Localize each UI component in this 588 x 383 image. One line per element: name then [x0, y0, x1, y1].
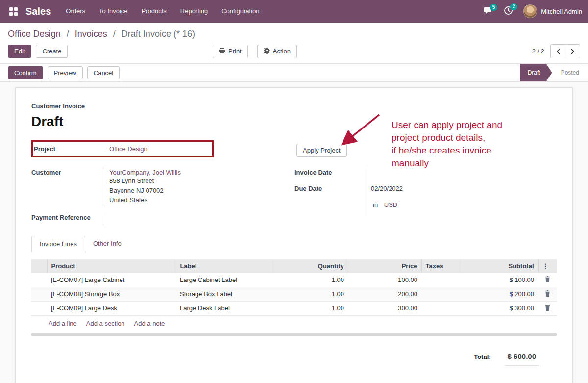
handle-column-header — [31, 259, 47, 273]
column-header-price[interactable]: Price — [348, 259, 421, 273]
delete-row-icon[interactable] — [545, 291, 550, 298]
delete-row-icon[interactable] — [545, 277, 550, 284]
breadcrumb-invoices[interactable]: Invoices — [75, 29, 107, 39]
currency-field: in USD — [294, 200, 557, 216]
payment-reference-field: Payment Reference — [31, 212, 294, 225]
stage-draft[interactable]: Draft — [520, 64, 552, 81]
gear-icon — [264, 48, 270, 55]
notebook-tabs: Invoice Lines Other Info — [31, 236, 557, 252]
total-section: Total: $ 600.00 — [31, 352, 557, 366]
due-date-field: Due Date 02/20/2022 — [294, 183, 557, 200]
pager-next-button[interactable] — [565, 44, 580, 58]
due-date-value[interactable]: 02/20/2022 — [367, 183, 557, 200]
annotation-arrow-icon — [329, 110, 388, 149]
menu-configuration[interactable]: Configuration — [215, 0, 266, 23]
table-row[interactable]: [E-COM08] Storage Box Storage Box Label … — [31, 287, 557, 301]
breadcrumb-office-design[interactable]: Office Design — [8, 29, 61, 39]
cell-label[interactable]: Large Desk Label — [176, 301, 274, 315]
cell-price[interactable]: 200.00 — [348, 287, 421, 301]
confirm-button[interactable]: Confirm — [8, 66, 43, 79]
customer-address-line: 858 Lynn Street — [109, 176, 294, 186]
action-button[interactable]: Action — [257, 45, 297, 58]
top-navbar: Sales Orders To Invoice Products Reporti… — [0, 0, 588, 23]
user-avatar[interactable] — [523, 4, 537, 18]
invoice-sheet: Customer Invoice Draft Project Office De… — [15, 87, 573, 383]
invoice-lines-table: Product Label Quantity Price Taxes Subto… — [31, 259, 557, 316]
column-header-quantity[interactable]: Quantity — [274, 259, 348, 273]
column-header-subtotal[interactable]: Subtotal — [459, 259, 538, 273]
chevron-right-icon — [571, 49, 575, 54]
menu-to-invoice[interactable]: To Invoice — [92, 0, 135, 23]
pager-previous-button[interactable] — [550, 44, 565, 58]
preview-button[interactable]: Preview — [48, 66, 83, 79]
messages-badge: 5 — [490, 4, 498, 11]
document-type-label: Customer Invoice — [31, 102, 557, 110]
user-name[interactable]: Mitchell Admin — [541, 8, 582, 15]
stage-posted[interactable]: Posted — [552, 64, 588, 81]
horizontal-scrollbar[interactable] — [31, 333, 557, 336]
menu-products[interactable]: Products — [135, 0, 173, 23]
messages-button[interactable]: 5 — [478, 5, 498, 18]
app-brand[interactable]: Sales — [25, 6, 51, 17]
breadcrumb: Office Design / Invoices / Draft Invoice… — [0, 23, 588, 40]
annotation-text: User can apply project and project produ… — [392, 119, 502, 170]
column-header-taxes[interactable]: Taxes — [421, 259, 459, 273]
cell-subtotal: $ 300.00 — [459, 301, 538, 315]
cell-taxes[interactable] — [421, 287, 459, 301]
cell-quantity[interactable]: 1.00 — [274, 273, 348, 287]
cell-quantity[interactable]: 1.00 — [274, 287, 348, 301]
cell-label[interactable]: Large Cabinet Label — [176, 273, 274, 287]
table-row[interactable]: [E-COM07] Large Cabinet Large Cabinet La… — [31, 273, 557, 287]
cell-label[interactable]: Storage Box Label — [176, 287, 274, 301]
customer-address-line: Bayonne NJ 07002 — [109, 186, 294, 196]
cell-subtotal: $ 200.00 — [459, 287, 538, 301]
payment-reference-label: Payment Reference — [31, 212, 105, 225]
due-date-label: Due Date — [294, 183, 367, 200]
statusbar: Confirm Preview Cancel Draft Posted — [0, 64, 588, 82]
cell-taxes[interactable] — [421, 301, 459, 315]
customer-address-line: United States — [109, 195, 294, 205]
print-button[interactable]: Print — [213, 45, 248, 58]
payment-reference-value[interactable] — [105, 212, 294, 225]
cell-taxes[interactable] — [421, 273, 459, 287]
cell-product[interactable]: [E-COM09] Large Desk — [47, 301, 176, 315]
menu-reporting[interactable]: Reporting — [173, 0, 215, 23]
row-handle-cell — [31, 301, 47, 315]
row-handle-cell — [31, 287, 47, 301]
create-button[interactable]: Create — [36, 45, 68, 58]
pager-value: 2 / 2 — [532, 48, 544, 55]
total-label: Total: — [474, 353, 490, 360]
delete-row-icon[interactable] — [545, 305, 550, 312]
add-section-link[interactable]: Add a section — [86, 320, 125, 327]
column-header-product[interactable]: Product — [47, 259, 176, 273]
tab-other-info[interactable]: Other Info — [85, 236, 129, 252]
breadcrumb-separator: / — [67, 29, 69, 39]
breadcrumb-current: Draft Invoice (* 16) — [122, 29, 195, 39]
cell-product[interactable]: [E-COM08] Storage Box — [47, 287, 176, 301]
cell-price[interactable]: 300.00 — [348, 301, 421, 315]
column-header-label[interactable]: Label — [176, 259, 274, 273]
add-note-link[interactable]: Add a note — [134, 320, 165, 327]
project-field-highlight: Project Office Design — [31, 140, 214, 157]
cell-product[interactable]: [E-COM07] Large Cabinet — [47, 273, 176, 287]
breadcrumb-separator: / — [113, 29, 116, 39]
project-field-value[interactable]: Office Design — [105, 145, 212, 153]
tab-invoice-lines[interactable]: Invoice Lines — [31, 236, 85, 252]
project-field-label: Project — [33, 145, 105, 153]
cell-price[interactable]: 100.00 — [348, 273, 421, 287]
customer-link[interactable]: YourCompany, Joel Willis — [109, 169, 294, 176]
row-handle-cell — [31, 273, 47, 287]
add-line-link[interactable]: Add a line — [49, 320, 77, 327]
control-panel: Office Design / Invoices / Draft Invoice… — [0, 23, 588, 64]
cancel-button[interactable]: Cancel — [87, 66, 120, 79]
apps-menu-icon[interactable] — [6, 4, 21, 19]
menu-orders[interactable]: Orders — [59, 0, 92, 23]
printer-icon — [219, 48, 225, 55]
cell-quantity[interactable]: 1.00 — [274, 301, 348, 315]
optional-columns-icon[interactable]: ⋮ — [538, 259, 557, 273]
chevron-left-icon — [556, 49, 560, 54]
table-row[interactable]: [E-COM09] Large Desk Large Desk Label 1.… — [31, 301, 557, 315]
currency-link[interactable]: USD — [384, 201, 397, 208]
activities-button[interactable]: 2 — [498, 4, 518, 18]
edit-button[interactable]: Edit — [8, 45, 31, 58]
